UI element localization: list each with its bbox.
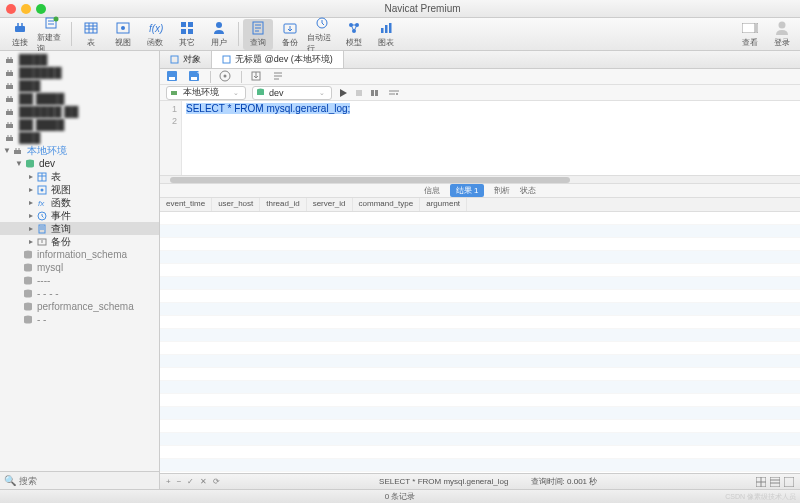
column-command_type[interactable]: command_type	[353, 198, 421, 211]
cancel-icon[interactable]: ✕	[200, 477, 207, 486]
view-button[interactable]: 视图	[108, 19, 138, 50]
db-selector[interactable]: dev ⌄	[252, 86, 332, 100]
tree-connection-6[interactable]: ███	[0, 131, 159, 144]
tree-backups[interactable]: ▸备份	[0, 235, 159, 248]
restab-results[interactable]: 结果 1	[450, 184, 485, 197]
table-row	[160, 420, 800, 433]
svg-rect-3	[85, 23, 97, 33]
tree-schema-3[interactable]: - - - -	[0, 287, 159, 300]
database-icon	[22, 249, 34, 260]
svg-rect-8	[188, 22, 193, 27]
column-event_time[interactable]: event_time	[160, 198, 212, 211]
tree-connection-2[interactable]: ███	[0, 79, 159, 92]
stop-icon[interactable]	[354, 88, 364, 98]
other-button[interactable]: 其它	[172, 19, 202, 50]
delete-row-icon[interactable]: −	[177, 477, 182, 486]
tree-schema-5[interactable]: - -	[0, 313, 159, 326]
connection-icon	[4, 54, 16, 65]
table-row	[160, 303, 800, 316]
restab-info[interactable]: 信息	[424, 185, 440, 196]
restab-profile[interactable]: 剖析	[494, 185, 510, 196]
tree-schema-0[interactable]: information_schema	[0, 248, 159, 261]
column-thread_id[interactable]: thread_id	[260, 198, 306, 211]
export-icon[interactable]	[250, 70, 264, 84]
connect-button[interactable]: 连接	[5, 19, 35, 50]
chart-button[interactable]: 图表	[371, 19, 401, 50]
tree-events[interactable]: ▸事件	[0, 209, 159, 222]
table-row	[160, 277, 800, 290]
tree-schema-1[interactable]: mysql	[0, 261, 159, 274]
save-as-icon[interactable]: +	[188, 70, 202, 84]
automation-button[interactable]: 自动运行	[307, 19, 337, 50]
result-grid[interactable]	[160, 212, 800, 473]
env-selector[interactable]: 本地环境 ⌄	[166, 86, 246, 100]
tree-schema-4[interactable]: performance_schema	[0, 300, 159, 313]
tree-connection-0[interactable]: ████	[0, 53, 159, 66]
login-button[interactable]: 登录	[769, 19, 795, 50]
tree-dev[interactable]: ▼dev	[0, 157, 159, 170]
connection-icon	[4, 93, 16, 104]
table-row	[160, 225, 800, 238]
minimize-window-button[interactable]	[21, 4, 31, 14]
tab-objects[interactable]: 对象	[160, 51, 212, 68]
save-icon[interactable]	[166, 70, 180, 84]
backup-button[interactable]: 备份	[275, 19, 305, 50]
chevron-down-icon: ⌄	[233, 89, 239, 97]
explain-icon[interactable]	[370, 88, 382, 98]
svg-rect-21	[742, 23, 755, 33]
text-view-icon[interactable]	[784, 477, 794, 487]
run-icon[interactable]	[338, 88, 348, 98]
svg-rect-19	[385, 25, 388, 33]
svg-rect-27	[6, 98, 13, 102]
tree-connection-4[interactable]: ██████ ██	[0, 105, 159, 118]
model-button[interactable]: 模型	[339, 19, 369, 50]
format-icon[interactable]	[272, 70, 286, 84]
tree-views[interactable]: ▸视图	[0, 183, 159, 196]
connection-icon	[4, 106, 16, 117]
svg-rect-61	[375, 90, 378, 96]
table-row	[160, 394, 800, 407]
function-button[interactable]: f(x)函数	[140, 19, 170, 50]
column-user_host[interactable]: user_host	[212, 198, 260, 211]
restab-status[interactable]: 状态	[520, 185, 536, 196]
search-icon: 🔍	[4, 475, 16, 486]
tree-tables[interactable]: ▸表	[0, 170, 159, 183]
zoom-window-button[interactable]	[36, 4, 46, 14]
svg-rect-51	[191, 77, 197, 80]
svg-rect-25	[6, 72, 13, 76]
tree-connection-3[interactable]: ██ ████	[0, 92, 159, 105]
tree-connection-5[interactable]: ██ ████	[0, 118, 159, 131]
grid-view-icon[interactable]	[756, 477, 766, 487]
horizontal-scrollbar[interactable]	[160, 176, 800, 184]
user-button[interactable]: 用户	[204, 19, 234, 50]
column-server_id[interactable]: server_id	[307, 198, 353, 211]
sql-editor[interactable]: SELECT * FROM mysql.general_log;	[182, 101, 800, 175]
svg-text:fx: fx	[38, 199, 45, 208]
apply-icon[interactable]: ✓	[187, 477, 194, 486]
beautify-icon[interactable]	[219, 70, 233, 84]
refresh-icon[interactable]: ⟳	[213, 477, 220, 486]
query-button[interactable]: 查询	[243, 19, 273, 50]
tree-connection-1[interactable]: ██████	[0, 66, 159, 79]
database-icon	[22, 275, 34, 286]
column-argument[interactable]: argument	[420, 198, 467, 211]
table-row	[160, 329, 800, 342]
form-view-icon[interactable]	[770, 477, 780, 487]
svg-rect-47	[223, 56, 230, 63]
sidebar-search-input[interactable]	[19, 476, 155, 486]
database-icon	[22, 314, 34, 325]
new-query-button[interactable]: 新建查询	[37, 19, 67, 50]
tree-env[interactable]: ▼本地环境	[0, 144, 159, 157]
connection-icon	[12, 145, 24, 156]
footer-sql: SELECT * FROM mysql.general_log	[379, 477, 508, 486]
settings-icon[interactable]	[388, 88, 400, 98]
tab-query-untitled[interactable]: 无标题 @dev (本地环境)	[212, 51, 344, 68]
tree-schema-2[interactable]: ----	[0, 274, 159, 287]
table-button[interactable]: 表	[76, 19, 106, 50]
tree-queries[interactable]: ▸查询	[0, 222, 159, 235]
svg-rect-30	[6, 137, 13, 141]
tree-functions[interactable]: ▸fx函数	[0, 196, 159, 209]
add-row-icon[interactable]: +	[166, 477, 171, 486]
close-window-button[interactable]	[6, 4, 16, 14]
view-toggle[interactable]: 查看	[735, 19, 765, 50]
